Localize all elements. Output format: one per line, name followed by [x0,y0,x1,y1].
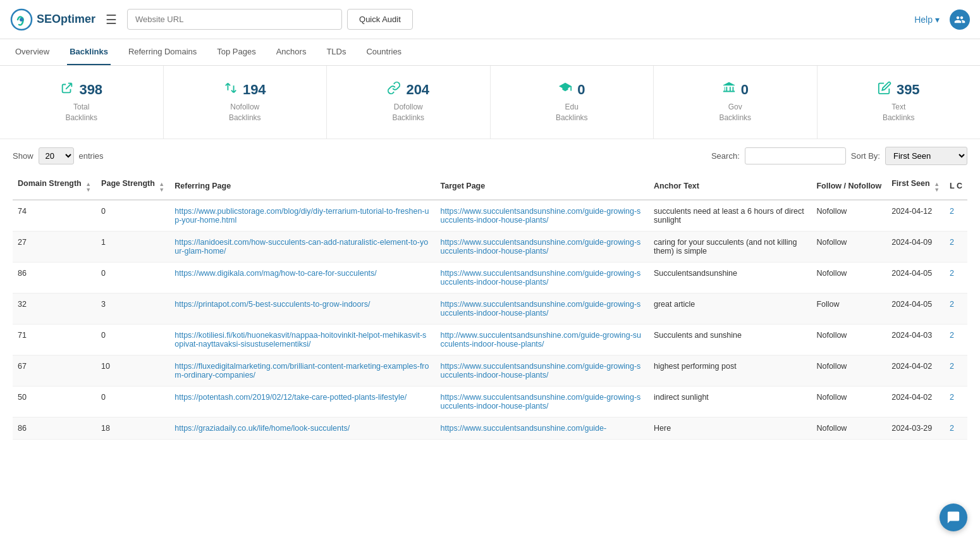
cell-domain-strength-3: 32 [13,293,96,324]
cell-referring-page-0[interactable]: https://www.publicstorage.com/blog/diy/d… [169,200,435,232]
controls-row: Show 102050100 entries Search: Sort By: … [0,139,980,173]
cell-referring-page-1[interactable]: https://lanidoesit.com/how-succulents-ca… [169,231,435,262]
cell-page-strength-5: 10 [96,355,169,386]
gov-backlinks-icon [722,81,736,98]
cell-anchor-text-6: indirect sunlight [649,386,811,417]
help-button[interactable]: Help ▾ [914,15,940,25]
backlinks-table-container: Domain Strength ▲▼Page Strength ▲▼Referr… [0,173,980,452]
cell-lc-4: 2 [945,324,967,355]
sort-arrows-page-strength: ▲▼ [159,182,164,193]
total-backlinks-icon [60,81,74,98]
table-row: 27 1 https://lanidoesit.com/how-succulen… [13,231,967,262]
cell-page-strength-7: 18 [96,417,169,439]
cell-anchor-text-1: caring for your succulents (and not kill… [649,231,811,262]
cell-referring-page-3[interactable]: https://printapot.com/5-best-succulents-… [169,293,435,324]
cell-referring-page-4[interactable]: https://kotiliesi.fi/koti/huonekasvit/na… [169,324,435,355]
cell-target-page-5[interactable]: https://www.succulentsandsunshine.com/gu… [436,355,649,386]
cell-target-page-0[interactable]: https://www.succulentsandsunshine.com/gu… [436,200,649,232]
dofollow-backlinks-icon [387,81,401,98]
stat-card-edu-backlinks: 0 EduBacklinks [491,66,654,139]
total-backlinks-number: 398 [79,82,102,98]
cell-anchor-text-5: highest performing post [649,355,811,386]
cell-lc-1: 2 [945,231,967,262]
tab-anchors[interactable]: Anchors [274,39,309,65]
tab-countries[interactable]: Countries [364,39,404,65]
stats-row: 398 TotalBacklinks 194 NofollowBacklinks… [0,66,980,139]
nofollow-backlinks-number: 194 [243,82,266,98]
seoptimer-logo-icon [10,8,33,31]
cell-page-strength-6: 0 [96,386,169,417]
sort-select[interactable]: First SeenDomain StrengthPage Strength [885,147,967,165]
gov-backlinks-number: 0 [741,82,749,98]
cell-referring-page-7[interactable]: https://graziadaily.co.uk/life/home/look… [169,417,435,439]
user-avatar[interactable] [950,9,970,30]
cell-lc-0: 2 [945,200,967,232]
cell-domain-strength-2: 86 [13,262,96,293]
users-icon [954,14,965,25]
backlinks-table: Domain Strength ▲▼Page Strength ▲▼Referr… [13,173,967,440]
tab-tlds[interactable]: TLDs [324,39,348,65]
nofollow-backlinks-label: NofollowBacklinks [229,102,261,123]
stat-card-text-backlinks: 395 TextBacklinks [818,66,981,139]
cell-target-page-4[interactable]: http://www.succulentsandsunshine.com/gui… [436,324,649,355]
cell-follow-2: Nofollow [811,262,886,293]
sort-label: Sort By: [851,151,880,161]
cell-follow-0: Nofollow [811,200,886,232]
hamburger-menu-icon[interactable]: ☰ [106,12,117,27]
tab-top-pages[interactable]: Top Pages [214,39,258,65]
cell-page-strength-1: 1 [96,231,169,262]
cell-referring-page-2[interactable]: https://www.digikala.com/mag/how-to-care… [169,262,435,293]
table-body: 74 0 https://www.publicstorage.com/blog/… [13,200,967,440]
stat-card-nofollow-backlinks: 194 NofollowBacklinks [164,66,328,139]
col-header-follow-nofollow: Follow / Nofollow [811,173,886,200]
logo-area: SEOptimer [10,8,95,31]
cell-first-seen-5: 2024-04-02 [886,355,945,386]
cell-referring-page-5[interactable]: https://fluxedigitalmarketing.com/brilli… [169,355,435,386]
cell-target-page-1[interactable]: https://www.succulentsandsunshine.com/gu… [436,231,649,262]
search-input[interactable] [745,147,846,164]
col-header-first-seen[interactable]: First Seen ▲▼ [886,173,945,200]
cell-domain-strength-7: 86 [13,417,96,439]
tab-overview[interactable]: Overview [13,39,52,65]
website-url-input[interactable] [127,9,342,30]
cell-referring-page-6[interactable]: https://potentash.com/2019/02/12/take-ca… [169,386,435,417]
table-row: 50 0 https://potentash.com/2019/02/12/ta… [13,386,967,417]
cell-follow-7: Nofollow [811,417,886,439]
cell-lc-5: 2 [945,355,967,386]
col-header-lc: L C [945,173,967,200]
cell-domain-strength-0: 74 [13,200,96,232]
cell-anchor-text-4: Succulents and sunshine [649,324,811,355]
logo-text: SEOptimer [37,13,95,26]
cell-anchor-text-0: succulents need at least a 6 hours of di… [649,200,811,232]
cell-lc-2: 2 [945,262,967,293]
svg-point-1 [20,18,23,22]
tab-referring-domains[interactable]: Referring Domains [126,39,199,65]
table-header-row: Domain Strength ▲▼Page Strength ▲▼Referr… [13,173,967,200]
cell-target-page-2[interactable]: https://www.succulentsandsunshine.com/gu… [436,262,649,293]
table-row: 32 3 https://printapot.com/5-best-succul… [13,293,967,324]
col-header-domain-strength[interactable]: Domain Strength ▲▼ [13,173,96,200]
cell-target-page-7[interactable]: https://www.succulentsandsunshine.com/gu… [436,417,649,439]
quick-audit-button[interactable]: Quick Audit [347,9,413,30]
cell-target-page-6[interactable]: https://www.succulentsandsunshine.com/gu… [436,386,649,417]
col-header-referring-page: Referring Page [169,173,435,200]
stat-card-gov-backlinks: 0 GovBacklinks [654,66,818,139]
cell-first-seen-7: 2024-03-29 [886,417,945,439]
entries-select[interactable]: 102050100 [39,147,74,164]
total-backlinks-label: TotalBacklinks [65,102,97,123]
cell-follow-4: Nofollow [811,324,886,355]
search-label: Search: [711,151,740,161]
edu-backlinks-label: EduBacklinks [556,102,588,123]
dofollow-backlinks-label: DofollowBacklinks [392,102,424,123]
cell-page-strength-3: 3 [96,293,169,324]
cell-target-page-3[interactable]: https://www.succulentsandsunshine.com/gu… [436,293,649,324]
col-header-target-page: Target Page [436,173,649,200]
controls-right: Search: Sort By: First SeenDomain Streng… [711,147,967,165]
cell-first-seen-4: 2024-04-03 [886,324,945,355]
cell-domain-strength-6: 50 [13,386,96,417]
tab-backlinks[interactable]: Backlinks [67,39,111,65]
dofollow-backlinks-number: 204 [406,82,429,98]
col-header-page-strength[interactable]: Page Strength ▲▼ [96,173,169,200]
text-backlinks-number: 395 [897,82,920,98]
edu-backlinks-icon [558,81,572,98]
